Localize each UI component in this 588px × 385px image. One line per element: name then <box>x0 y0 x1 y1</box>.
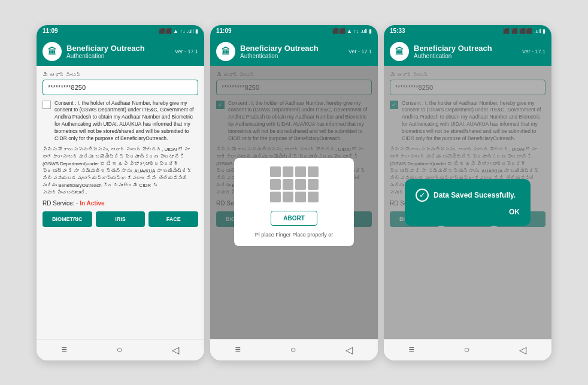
phone-3: 15:33 ⬛ ⬛ ⬛⬛ .ull ▮ 🏛 Beneficiary Outrea… <box>384 25 551 360</box>
consent-checkbox-1[interactable] <box>43 101 51 109</box>
nav-home-2[interactable]: ○ <box>290 344 296 356</box>
content-1: మీ ఆధార్ నంబర్ *********8250 Consent : I… <box>37 66 204 339</box>
nav-home-3[interactable]: ○ <box>464 344 470 356</box>
app-subtitle-2: Authentication <box>240 53 344 59</box>
header-3: 🏛 Beneficiary Outreach Authentication Ve… <box>384 37 551 66</box>
success-header: ✓ Data Saved Sucessfully. <box>416 189 520 202</box>
fp-cell <box>308 179 319 190</box>
nav-menu-1[interactable]: ≡ <box>61 344 66 356</box>
modal-box: ABORT Pl place Finger Place properly or <box>234 158 354 246</box>
status-time-3: 15:33 <box>390 28 405 34</box>
fp-cell <box>295 166 306 177</box>
header-text-2: Beneficiary Outreach Authentication <box>240 44 344 59</box>
logo-2: 🏛 <box>216 42 235 61</box>
app-subtitle-1: Authentication <box>66 53 170 59</box>
success-overlay: ✓ Data Saved Sucessfully. OK <box>384 66 551 339</box>
fp-cell <box>308 192 319 202</box>
status-icons-2: ⬛⬛ ▲ ↑↓ .ull ▮ <box>332 28 372 34</box>
status-icons-3: ⬛ ⬛ ⬛⬛ .ull ▮ <box>503 28 545 34</box>
header-2: 🏛 Beneficiary Outreach Authentication Ve… <box>210 37 378 66</box>
header-text-1: Beneficiary Outreach Authentication <box>66 44 170 59</box>
app-title-1: Beneficiary Outreach <box>66 44 170 53</box>
logo-1: 🏛 <box>43 42 62 61</box>
action-buttons-1: BIOMETRIC IRIS FACE <box>43 211 198 227</box>
fp-cell <box>308 166 319 177</box>
abort-button[interactable]: ABORT <box>271 211 317 226</box>
phone-1: 11:09 ⬛⬛ ▲ ↑↓ .ull ▮ 🏛 Beneficiary Outre… <box>37 25 204 360</box>
fp-cell <box>270 179 281 190</box>
telugu-text-1: విన్నమోగారు సవ్మతివ్సను, ఆధార్ నంబర్ హోల… <box>43 146 198 196</box>
status-icons-1: ⬛⬛ ▲ ↑↓ .ull ▮ <box>159 28 198 34</box>
nav-bar-2: ≡ ○ ◁ <box>210 339 378 360</box>
nav-bar-1: ≡ ○ ◁ <box>37 339 204 360</box>
nav-back-2[interactable]: ◁ <box>345 344 353 356</box>
app-version-3: Ver - 17.1 <box>522 48 545 54</box>
success-check-icon: ✓ <box>416 189 429 202</box>
phone-2: 11:09 ⬛⬛ ▲ ↑↓ .ull ▮ 🏛 Beneficiary Outre… <box>210 25 378 360</box>
ok-button[interactable]: OK <box>416 208 520 216</box>
aadhaar-input-1[interactable]: *********8250 <box>43 80 198 95</box>
nav-back-3[interactable]: ◁ <box>519 344 526 356</box>
status-time-2: 11:09 <box>216 28 232 34</box>
consent-row-1: Consent : I, the holder of Aadhaar Numbe… <box>43 100 198 143</box>
content-3: మీ ఆధార్ నంబర్ *********8250 Consent : I… <box>384 66 551 339</box>
rd-service-1: RD Service: - In Active <box>43 200 198 207</box>
app-subtitle-3: Authentication <box>414 53 517 59</box>
app-version-2: Ver - 17.1 <box>348 48 372 54</box>
app-container: 11:09 ⬛⬛ ▲ ↑↓ .ull ▮ 🏛 Beneficiary Outre… <box>0 0 588 385</box>
success-title: Data Saved Sucessfully. <box>434 191 516 199</box>
status-bar-3: 15:33 ⬛ ⬛ ⬛⬛ .ull ▮ <box>384 25 551 37</box>
fingerprint-grid <box>270 166 319 202</box>
header-1: 🏛 Beneficiary Outreach Authentication Ve… <box>37 37 204 66</box>
fp-cell <box>283 166 293 177</box>
fp-cell <box>295 192 306 202</box>
fp-cell <box>283 192 293 202</box>
status-time-1: 11:09 <box>43 28 58 34</box>
face-btn-1[interactable]: FACE <box>148 211 198 227</box>
iris-btn-1[interactable]: IRIS <box>96 211 146 227</box>
fingerprint-modal: ABORT Pl place Finger Place properly or <box>210 66 378 339</box>
app-title-2: Beneficiary Outreach <box>240 44 344 53</box>
biometric-btn-1[interactable]: BIOMETRIC <box>43 211 92 227</box>
content-2: మీ ఆధార్ నంబర్ *********8250 Consent : I… <box>210 66 378 339</box>
logo-3: 🏛 <box>390 42 409 61</box>
nav-menu-3[interactable]: ≡ <box>408 344 414 356</box>
fp-cell <box>283 179 293 190</box>
success-dialog: ✓ Data Saved Sucessfully. OK <box>405 179 531 226</box>
nav-home-1[interactable]: ○ <box>117 344 123 356</box>
app-version-1: Ver - 17.1 <box>175 48 198 54</box>
fp-cell <box>295 179 306 190</box>
aadhaar-label-1: మీ ఆధార్ నంబర్ <box>43 72 198 78</box>
nav-menu-2[interactable]: ≡ <box>235 344 240 356</box>
app-title-3: Beneficiary Outreach <box>414 44 517 53</box>
header-text-3: Beneficiary Outreach Authentication <box>414 44 517 59</box>
nav-back-1[interactable]: ◁ <box>172 344 179 356</box>
nav-bar-3: ≡ ○ ◁ <box>384 339 551 360</box>
status-bar-1: 11:09 ⬛⬛ ▲ ↑↓ .ull ▮ <box>37 25 204 37</box>
fp-cell <box>270 166 281 177</box>
rd-status-1: In Active <box>80 200 104 207</box>
modal-prompt-text: Pl place Finger Place properly or <box>255 232 334 238</box>
fp-cell <box>270 192 281 202</box>
status-bar-2: 11:09 ⬛⬛ ▲ ↑↓ .ull ▮ <box>210 25 378 37</box>
rd-service-label-1: RD Service: - <box>43 200 80 207</box>
consent-text-1: Consent : I, the holder of Aadhaar Numbe… <box>54 100 198 143</box>
